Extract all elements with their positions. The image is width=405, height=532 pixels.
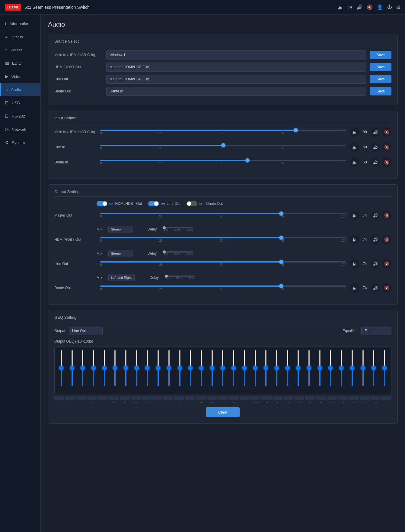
geq-equalizer-select[interactable]: Flat Custom Rock Pop Jazz — [361, 327, 391, 335]
vol-up-dante-out[interactable]: 🔊 — [370, 283, 380, 293]
geq-slider-200[interactable] — [168, 350, 170, 386]
geq-slider-100[interactable] — [136, 350, 137, 386]
geq-slider-4K[interactable] — [308, 350, 310, 386]
sidebar-label-status: Status — [12, 35, 23, 39]
grid-icon[interactable]: ⊞ — [396, 4, 400, 10]
slider-master[interactable] — [100, 213, 346, 214]
geq-slider-630[interactable] — [222, 350, 223, 386]
vol-up-master[interactable]: 🔊 — [370, 211, 380, 220]
vol-up-main-in[interactable]: 🔊 — [370, 127, 380, 137]
source-select-line-out[interactable]: Main In (HDMI/USB-C In) Window 1 Window … — [106, 75, 366, 84]
mute-dante-in[interactable]: 🔇 — [382, 157, 391, 167]
geq-slider-3.15K[interactable] — [298, 350, 299, 386]
save-button-hdmi-hdbt[interactable]: Save — [370, 63, 391, 71]
sidebar-item-usb[interactable]: ⊟ USB — [0, 96, 40, 109]
mute-master[interactable]: 🔇 — [382, 211, 391, 220]
vol-up-line-out[interactable]: 🔊 — [370, 259, 380, 269]
mute-icon[interactable]: 🔇 — [367, 4, 373, 10]
source-select-hdmi-hdbt[interactable]: Main In (HDMI/USB-C In) Window 1 Window … — [106, 63, 366, 72]
geq-slider-50[interactable] — [104, 350, 105, 386]
toggle-dante-out[interactable] — [187, 201, 197, 206]
slider-line-in[interactable] — [100, 145, 346, 146]
vol-down-hdmi-hdbt[interactable]: 🔈 — [350, 235, 359, 244]
geq-output-select[interactable]: Line Out HDMI/HDBT Out Dante Out — [69, 327, 103, 335]
delay-dante-out: 0ms25ms50ms — [165, 276, 195, 280]
clear-button[interactable]: Clear — [206, 407, 240, 417]
geq-slider-20[interactable] — [61, 350, 62, 386]
geq-setting-section: GEQ Setting Output Line Out HDMI/HDBT Ou… — [48, 310, 398, 424]
mute-hdmi-hdbt[interactable]: 🔇 — [382, 235, 391, 244]
geq-slider-31.5[interactable] — [82, 350, 83, 386]
vol-up-line-in[interactable]: 🔊 — [370, 142, 380, 152]
vol-down-main-in[interactable]: 🔈 — [350, 127, 359, 137]
mute-dante-out[interactable]: 🔇 — [382, 283, 391, 293]
volume-icon[interactable]: 🔈 — [338, 4, 344, 10]
slider-dante-in[interactable] — [100, 160, 346, 161]
mute-main-in[interactable]: 🔇 — [382, 127, 391, 137]
save-button-main-in[interactable]: Save — [370, 51, 391, 59]
geq-slider-25[interactable] — [72, 350, 73, 386]
vol-down-line-out[interactable]: 🔈 — [350, 259, 359, 269]
geq-slider-160[interactable] — [158, 350, 159, 386]
sidebar-item-video[interactable]: ▶ Video — [0, 70, 40, 83]
geq-slider-250[interactable] — [179, 350, 180, 386]
geq-slider-1.25K[interactable] — [255, 350, 256, 386]
mix-select-dante-out[interactable]: Left and RightStereoMono — [108, 274, 135, 281]
vol-down-dante-in[interactable]: 🔈 — [350, 157, 359, 167]
slider-hdmi-hdbt[interactable] — [100, 237, 346, 238]
geq-slider-5K[interactable] — [319, 350, 320, 386]
volume-up-icon[interactable]: 🔊 — [356, 4, 362, 10]
geq-slider-80[interactable] — [125, 350, 126, 386]
geq-badge-8K — [338, 396, 348, 400]
geq-slider-2K[interactable] — [276, 350, 277, 386]
mix-select-lineout[interactable]: StereoMonoLeftRight — [108, 250, 132, 257]
user-icon[interactable]: 👤 — [377, 4, 383, 10]
sidebar-item-rs232[interactable]: ⊡ RS-232 — [0, 109, 40, 123]
vol-ctrl-dante-out: 🔈 74 🔊 🔇 — [350, 283, 391, 293]
geq-slider-1K[interactable] — [244, 350, 245, 386]
mix-select-hdmi[interactable]: StereoMonoLeftRight — [108, 226, 132, 233]
save-button-dante-out[interactable]: Save — [370, 87, 391, 95]
slider-labels-hdmi-hdbt: 0255075100 — [100, 239, 346, 242]
geq-slider-16K[interactable] — [373, 350, 374, 386]
vol-down-line-in[interactable]: 🔈 — [350, 142, 359, 152]
geq-slider-10K[interactable] — [352, 350, 353, 386]
geq-slider-20K[interactable] — [384, 350, 385, 386]
slider-line-out[interactable] — [100, 261, 346, 263]
geq-slider-40[interactable] — [93, 350, 94, 386]
geq-slider-6.3K[interactable] — [330, 350, 331, 386]
vol-up-hdmi-hdbt[interactable]: 🔊 — [370, 235, 380, 244]
toggle-line-out[interactable] — [148, 201, 159, 206]
geq-slider-125[interactable] — [147, 350, 148, 386]
source-select-dante-out[interactable]: Dante In Main In (HDMI/USB-C In) Window … — [106, 87, 366, 96]
vol-down-master[interactable]: 🔈 — [350, 211, 359, 220]
sidebar-item-system[interactable]: ⚙ System — [0, 136, 40, 149]
geq-slider-400[interactable] — [201, 350, 202, 386]
vol-down-dante-out[interactable]: 🔈 — [350, 283, 359, 293]
save-button-line-out[interactable]: Save — [370, 75, 391, 83]
geq-band-125 — [145, 350, 150, 392]
geq-slider-12.5K[interactable] — [362, 350, 364, 386]
geq-slider-315[interactable] — [190, 350, 191, 386]
sidebar-item-audio[interactable]: ♪ Audio — [0, 83, 40, 96]
mute-line-in[interactable]: 🔇 — [382, 142, 391, 152]
geq-slider-800[interactable] — [233, 350, 234, 386]
mute-line-out[interactable]: 🔇 — [382, 259, 391, 269]
geq-slider-1.6K[interactable] — [265, 350, 266, 386]
sidebar-item-information[interactable]: ℹ Information — [0, 17, 40, 30]
power-icon[interactable]: ⏻ — [387, 5, 392, 10]
geq-slider-500[interactable] — [212, 350, 213, 386]
sidebar-item-network[interactable]: ◎ Network — [0, 123, 40, 136]
geq-slider-8K[interactable] — [341, 350, 342, 386]
geq-band-630 — [220, 350, 225, 392]
sidebar-item-preset[interactable]: ○ Preset — [0, 44, 40, 56]
source-select-main-in[interactable]: Window 1 Window 2 Main In (HDMI/USB-C In… — [106, 50, 366, 60]
geq-slider-2.5K[interactable] — [287, 350, 288, 386]
vol-up-dante-in[interactable]: 🔊 — [370, 157, 380, 167]
sidebar-item-status[interactable]: ≋ Status — [0, 30, 40, 44]
slider-dante-out[interactable] — [100, 285, 346, 287]
toggle-hdmi-hdbt[interactable] — [97, 201, 107, 206]
geq-slider-63[interactable] — [114, 350, 116, 386]
slider-main-in[interactable] — [100, 130, 346, 131]
sidebar-item-edid[interactable]: ▦ EDID — [0, 56, 40, 70]
